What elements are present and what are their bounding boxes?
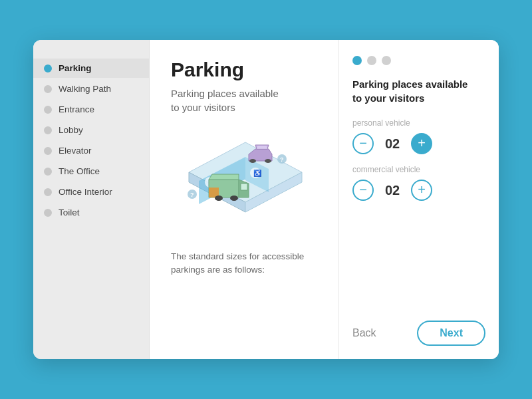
sidebar-item-entrance[interactable]: Entrance bbox=[33, 100, 149, 119]
commercial-vehicle-label: commercial vehicle bbox=[352, 165, 485, 174]
sidebar-label-walking-path: Walking Path bbox=[59, 84, 111, 94]
sidebar-item-elevator[interactable]: Elevator bbox=[33, 141, 149, 160]
main-content: Parking Parking places availableto your … bbox=[150, 40, 339, 359]
sidebar-label-toilet: Toilet bbox=[59, 207, 80, 217]
main-description: The standard sizes for accessibleparking… bbox=[171, 250, 320, 277]
sidebar-dot-office-interior bbox=[44, 188, 52, 196]
right-panel-title: Parking places availableto your visitors bbox=[352, 77, 485, 105]
sidebar-label-elevator: Elevator bbox=[59, 146, 92, 156]
sidebar-label-parking: Parking bbox=[59, 63, 92, 73]
main-card: Parking Walking Path Entrance Lobby Elev… bbox=[33, 40, 499, 359]
personal-vehicle-decrement-button[interactable]: − bbox=[352, 133, 374, 154]
sidebar-label-entrance: Entrance bbox=[59, 104, 94, 114]
commercial-vehicle-decrement-button[interactable]: − bbox=[352, 180, 374, 201]
sidebar-item-the-office[interactable]: The Office bbox=[33, 162, 149, 181]
sidebar-label-lobby: Lobby bbox=[59, 125, 83, 135]
svg-point-21 bbox=[265, 159, 271, 163]
svg-point-28 bbox=[230, 196, 238, 201]
sidebar-item-walking-path[interactable]: Walking Path bbox=[33, 79, 149, 98]
sidebar-item-toilet[interactable]: Toilet bbox=[33, 203, 149, 222]
personal-vehicle-label: personal vehicle bbox=[352, 118, 485, 128]
dot-3 bbox=[382, 56, 391, 65]
commercial-vehicle-counter: − 02 + bbox=[352, 180, 485, 201]
sidebar-label-the-office: The Office bbox=[59, 166, 100, 176]
sidebar-dot-lobby bbox=[44, 126, 52, 134]
svg-point-20 bbox=[249, 159, 256, 163]
page-title: Parking bbox=[171, 59, 320, 81]
sidebar-dot-elevator bbox=[44, 147, 52, 155]
parking-illustration: ♿ ♿ ? ? bbox=[172, 122, 319, 242]
sidebar-dot-the-office bbox=[44, 168, 52, 176]
right-panel: Parking places availableto your visitors… bbox=[339, 40, 499, 359]
sidebar-item-office-interior[interactable]: Office Interior bbox=[33, 182, 149, 201]
personal-vehicle-increment-button[interactable]: + bbox=[411, 133, 432, 154]
next-button[interactable]: Next bbox=[417, 321, 485, 346]
dot-1 bbox=[352, 56, 362, 65]
svg-marker-19 bbox=[257, 146, 267, 149]
svg-rect-25 bbox=[241, 184, 247, 190]
sidebar-label-office-interior: Office Interior bbox=[59, 187, 112, 197]
svg-text:?: ? bbox=[190, 192, 194, 198]
sidebar-dot-toilet bbox=[44, 209, 52, 217]
commercial-vehicle-value: 02 bbox=[383, 183, 402, 198]
sidebar-item-parking[interactable]: Parking bbox=[33, 59, 149, 78]
svg-text:♿: ♿ bbox=[253, 169, 262, 178]
sidebar-dot-walking-path bbox=[44, 85, 52, 93]
personal-vehicle-counter: − 02 + bbox=[352, 133, 485, 154]
personal-vehicle-value: 02 bbox=[383, 136, 402, 152]
svg-marker-24 bbox=[209, 174, 239, 180]
back-button[interactable]: Back bbox=[352, 327, 376, 339]
svg-text:?: ? bbox=[280, 156, 284, 163]
sidebar-item-lobby[interactable]: Lobby bbox=[33, 120, 149, 140]
sidebar-dot-parking bbox=[44, 65, 52, 72]
progress-dots bbox=[352, 56, 485, 65]
sidebar: Parking Walking Path Entrance Lobby Elev… bbox=[33, 40, 150, 359]
actions-row: Back Next bbox=[352, 321, 485, 346]
commercial-vehicle-increment-button[interactable]: + bbox=[411, 180, 432, 201]
sidebar-dot-entrance bbox=[44, 106, 52, 114]
svg-point-27 bbox=[215, 196, 223, 201]
main-subtitle: Parking places availableto your visitors bbox=[171, 86, 320, 114]
dot-2 bbox=[367, 56, 376, 65]
